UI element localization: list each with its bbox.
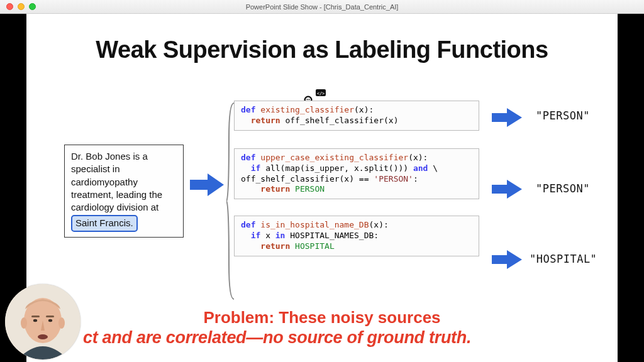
svg-point-5 (309, 99, 310, 100)
svg-marker-8 (190, 173, 224, 196)
arrow-out-3 (492, 249, 523, 270)
code-box-1: def existing_classifier(x): return off_s… (234, 101, 479, 131)
close-button[interactable] (6, 3, 13, 10)
code-column: def existing_classifier(x): return off_s… (234, 101, 479, 274)
example-text-box: Dr. Bob Jones is a specialist in cardiom… (64, 145, 184, 238)
window-controls (0, 3, 36, 10)
code-box-2: def upper_case_existing_classifier(x): i… (234, 148, 479, 200)
arrow-out-2 (492, 178, 523, 200)
slide-title: Weak Supervision as Labeling Functions (26, 36, 618, 63)
slide: Weak Supervision as Labeling Functions <… (26, 14, 618, 362)
svg-point-20 (48, 319, 52, 322)
problem-line-2: ct and are correlated—no source of groun… (26, 328, 618, 348)
svg-point-4 (307, 99, 308, 100)
slide-stage: Weak Supervision as Labeling Functions <… (0, 14, 644, 362)
example-text: Dr. Bob Jones is a specialist in cardiom… (71, 151, 162, 212)
svg-marker-10 (492, 180, 522, 199)
output-label-3: "HOSPITAL" (530, 253, 597, 265)
svg-marker-11 (492, 250, 522, 269)
svg-marker-9 (492, 108, 522, 127)
output-label-2: "PERSON" (536, 182, 590, 195)
svg-rect-18 (46, 315, 54, 317)
maximize-button[interactable] (29, 3, 36, 10)
pillarbox-right (618, 14, 644, 362)
output-label-1: "PERSON" (536, 109, 590, 122)
example-highlight: Saint Francis. (71, 215, 138, 231)
svg-rect-17 (31, 315, 40, 317)
code-box-3: def is_in_hospital_name_DB(x): if x in H… (234, 216, 479, 256)
svg-text:</>: </> (317, 91, 325, 96)
problem-line-1: Problem: These noisy sources (26, 308, 618, 327)
svg-point-19 (33, 319, 37, 322)
svg-point-21 (38, 334, 48, 339)
title-bar: PowerPoint Slide Show - [Chris_Data_Cent… (0, 0, 644, 14)
window-title: PowerPoint Slide Show - [Chris_Data_Cent… (0, 3, 644, 11)
svg-point-15 (21, 317, 27, 329)
arrow-main (190, 172, 225, 197)
arrow-out-1 (492, 107, 523, 128)
svg-point-16 (58, 317, 65, 329)
app-window: PowerPoint Slide Show - [Chris_Data_Cent… (0, 0, 644, 362)
minimize-button[interactable] (18, 3, 25, 10)
speaker-avatar (5, 284, 80, 359)
